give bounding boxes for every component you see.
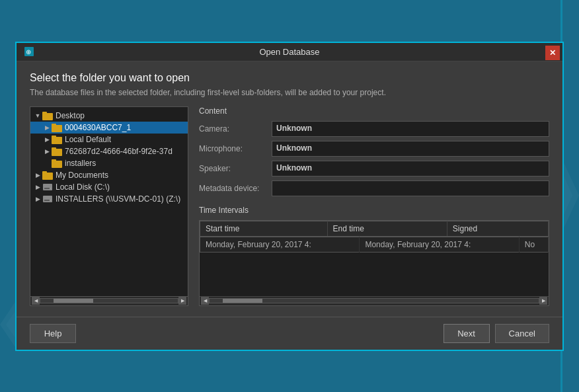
content-section-label: Content (199, 106, 549, 116)
camera-value: Unknown (272, 121, 549, 137)
open-database-dialog: ⊕ Open Database ✕ Select the folder you … (15, 42, 564, 351)
speaker-row: Speaker: Unknown (199, 161, 549, 176)
folder-icon-desktop (42, 111, 53, 120)
scroll-right-arrow[interactable]: ▶ (178, 297, 186, 305)
cell-start-time: Monday, February 20, 2017 4: (200, 237, 360, 252)
cancel-button[interactable]: Cancel (495, 324, 549, 343)
svg-rect-7 (42, 112, 47, 114)
tree-item-installers-network[interactable]: ▶ INSTALLERS (\\USVM-DC-01) (Z:\) (30, 193, 188, 205)
chevron-right-icon-2: ▶ (42, 135, 52, 144)
scroll-track[interactable] (40, 298, 178, 303)
main-content: ▼ Desktop ▶ 000463 (30, 106, 549, 306)
next-button[interactable]: Next (444, 324, 490, 343)
dialog-subtext: The database files in the selected folde… (30, 88, 549, 97)
dialog-footer: Help Next Cancel (17, 317, 562, 350)
tree-label-762687d2: 762687d2-4666-46bf-9f2e-37d (65, 147, 173, 156)
time-table: Start time End time Signed (200, 221, 549, 237)
svg-text:⊕: ⊕ (26, 48, 31, 56)
microphone-label: Microphone: (199, 144, 272, 153)
chevron-right-icon-4: ▶ (33, 171, 42, 180)
svg-rect-9 (52, 124, 56, 126)
time-scroll-thumb[interactable] (223, 299, 262, 303)
svg-rect-15 (52, 159, 56, 162)
folder-tree-panel: ▼ Desktop ▶ 000463 (30, 106, 188, 306)
time-intervals-section: Time Intervals Start time End time Signe… (199, 206, 549, 306)
time-table-body-area: Monday, February 20, 2017 4: Monday, Feb… (200, 237, 549, 296)
svg-rect-11 (52, 136, 56, 138)
drive-icon-network (42, 194, 53, 204)
dialog-icon: ⊕ (23, 46, 35, 58)
dialog-title: Open Database (259, 47, 319, 57)
svg-rect-13 (52, 147, 56, 150)
chevron-down-icon: ▼ (33, 111, 42, 120)
tree-item-762687d2[interactable]: ▶ 762687d2-4666-46bf-9f2e-37d (30, 145, 188, 157)
time-table-wrapper: Start time End time Signed Monday, (199, 220, 549, 306)
tree-item-0004630abcc7[interactable]: ▶ 0004630ABCC7_1 (30, 122, 188, 134)
help-button[interactable]: Help (30, 324, 76, 343)
tree-label-installers: installers (65, 159, 96, 168)
time-intervals-label: Time Intervals (199, 206, 549, 215)
folder-icon-local-default (52, 135, 62, 144)
chevron-right-icon-3: ▶ (42, 147, 52, 156)
time-table-body: Monday, February 20, 2017 4: Monday, Feb… (200, 237, 549, 253)
scroll-thumb[interactable] (54, 299, 93, 303)
metadata-row: Metadata device: (199, 180, 549, 196)
cell-end-time: Monday, February 20, 2017 4: (360, 237, 519, 252)
col-end-time: End time (327, 221, 447, 236)
title-bar: ⊕ Open Database ✕ (17, 43, 562, 61)
microphone-row: Microphone: Unknown (199, 141, 549, 157)
scroll-left-arrow[interactable]: ◀ (32, 297, 40, 305)
svg-point-20 (50, 188, 51, 189)
tree-item-my-documents[interactable]: ▶ My Documents (30, 169, 188, 181)
cell-signed: No (519, 237, 548, 252)
svg-rect-18 (43, 184, 52, 190)
metadata-value (272, 180, 549, 196)
tree-label-my-documents: My Documents (56, 171, 108, 180)
svg-rect-21 (43, 196, 52, 202)
chevron-right-icon: ▶ (42, 123, 52, 132)
microphone-value: Unknown (272, 141, 549, 157)
folder-icon-installers (52, 159, 62, 168)
camera-row: Camera: Unknown (199, 121, 549, 137)
time-scroll-left-arrow[interactable]: ◀ (201, 297, 209, 305)
tree-label-local-disk: Local Disk (C:\) (56, 182, 110, 192)
time-table-row: Monday, February 20, 2017 4: Monday, Feb… (200, 237, 549, 252)
content-panel: Content Camera: Unknown Microphone: Unkn… (199, 106, 549, 306)
chevron-right-icon-6: ▶ (33, 194, 42, 204)
chevron-right-icon-5: ▶ (33, 182, 42, 192)
folder-icon-my-documents (42, 171, 53, 180)
time-scroll-right-arrow[interactable]: ▶ (539, 297, 547, 305)
time-scroll-track[interactable] (209, 298, 539, 303)
tree-label-installers-network: INSTALLERS (\\USVM-DC-01) (Z:\) (56, 194, 180, 204)
tree-horizontal-scrollbar[interactable]: ◀ ▶ (30, 296, 188, 305)
col-start-time: Start time (200, 221, 328, 236)
camera-label: Camera: (199, 124, 272, 134)
tree-item-local-default[interactable]: ▶ Local Default (30, 134, 188, 145)
speaker-label: Speaker: (199, 164, 272, 173)
footer-right: Next Cancel (444, 324, 549, 343)
svg-point-23 (50, 200, 51, 201)
dialog-heading: Select the folder you want to open (30, 72, 549, 84)
footer-left: Help (30, 324, 76, 343)
folder-icon-762687d2 (52, 147, 62, 156)
svg-rect-17 (42, 171, 47, 174)
tree-label-local-default: Local Default (65, 135, 111, 144)
tree-content: ▼ Desktop ▶ 000463 (30, 107, 188, 296)
tree-item-desktop[interactable]: ▼ Desktop (30, 110, 188, 122)
col-signed: Signed (447, 221, 548, 236)
dialog-body: Select the folder you want to open The d… (17, 61, 562, 317)
close-button[interactable]: ✕ (545, 46, 560, 60)
drive-icon-local-disk (42, 182, 53, 192)
folder-icon-0004630abcc7 (52, 123, 62, 132)
tree-item-local-disk[interactable]: ▶ Local Disk (C:\) (30, 181, 188, 193)
tree-label-0004630abcc7: 0004630ABCC7_1 (65, 123, 131, 132)
metadata-label: Metadata device: (199, 184, 272, 193)
tree-item-installers[interactable]: ▶ installers (30, 157, 188, 169)
tree-label-desktop: Desktop (56, 111, 85, 120)
speaker-value: Unknown (272, 161, 549, 176)
time-table-scrollbar[interactable]: ◀ ▶ (200, 296, 549, 305)
time-table-header-row: Start time End time Signed (200, 221, 549, 236)
